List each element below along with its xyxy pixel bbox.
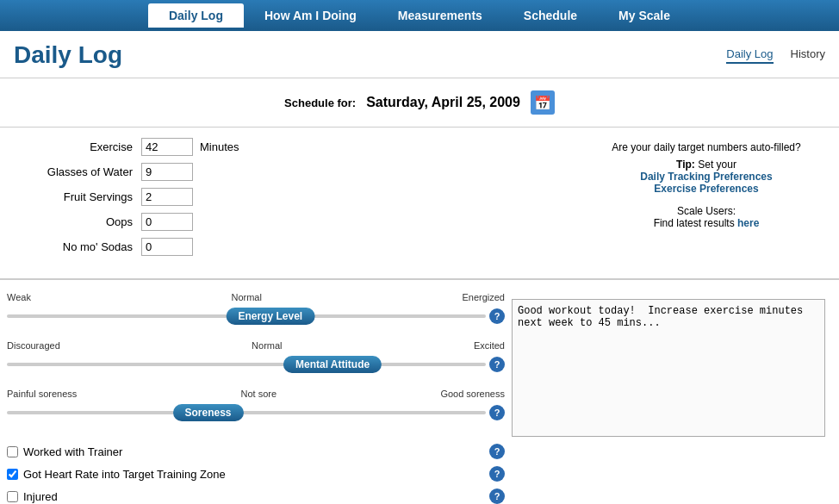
heart-rate-checkbox[interactable] xyxy=(7,469,18,480)
nav-how-am-i-doing[interactable]: How Am I Doing xyxy=(244,3,377,28)
soreness-labels: Painful soreness Not sore Good soreness xyxy=(7,389,505,399)
injured-checkbox[interactable] xyxy=(7,491,18,502)
injured-label: Injured xyxy=(23,490,58,503)
soreness-thumb[interactable]: Soreness xyxy=(173,404,244,421)
mental-track xyxy=(7,363,486,366)
soreness-right-label: Good soreness xyxy=(440,389,505,399)
sodas-input[interactable] xyxy=(141,238,193,256)
injured-help-icon[interactable]: ? xyxy=(489,488,505,504)
sodas-label: No mo' Sodas xyxy=(21,240,141,253)
soreness-track-area[interactable]: Soreness xyxy=(7,401,486,425)
fruit-label: Fruit Servings xyxy=(21,190,141,203)
soreness-track xyxy=(7,411,486,414)
mental-thumb[interactable]: Mental Attitude xyxy=(283,356,382,373)
energy-track-area[interactable]: Energy Level xyxy=(7,304,486,328)
checkbox-heart-rate: Got Heart Rate into Target Training Zone… xyxy=(7,466,505,482)
oops-input[interactable] xyxy=(141,213,193,231)
energy-help-icon[interactable]: ? xyxy=(489,308,505,324)
energy-slider-row: Energy Level ? xyxy=(7,304,505,328)
tab-daily-log[interactable]: Daily Log xyxy=(726,47,773,64)
form-section: Exercise Minutes Glasses of Water Fruit … xyxy=(21,138,577,263)
notes-column: Good workout today! Increase exercise mi… xyxy=(505,292,832,504)
trainer-checkbox[interactable] xyxy=(7,446,18,457)
soreness-slider-row: Soreness ? xyxy=(7,401,505,425)
main-content: Exercise Minutes Glasses of Water Fruit … xyxy=(0,131,839,270)
trainer-help-icon[interactable]: ? xyxy=(489,444,505,459)
exercise-input[interactable] xyxy=(141,138,193,156)
tip-question: Are your daily target numbers auto-fille… xyxy=(594,141,818,153)
soreness-center-label: Not sore xyxy=(241,389,277,399)
heart-rate-help-icon[interactable]: ? xyxy=(489,466,505,482)
tip-text: Set your xyxy=(698,159,736,171)
oops-label: Oops xyxy=(21,215,141,228)
top-navigation: Daily Log How Am I Doing Measurements Sc… xyxy=(0,0,839,31)
mental-labels: Discouraged Normal Excited xyxy=(7,340,505,351)
mental-attitude-slider-wrapper: Discouraged Normal Excited Mental Attitu… xyxy=(7,340,505,376)
mental-right-label: Excited xyxy=(474,340,505,351)
mental-track-area[interactable]: Mental Attitude xyxy=(7,352,486,376)
energy-right-label: Energized xyxy=(462,292,505,302)
bottom-section: Weak Normal Energized Energy Level ? Dis… xyxy=(0,289,839,504)
trainer-label: Worked with Trainer xyxy=(23,445,122,458)
field-fruit: Fruit Servings xyxy=(21,188,577,206)
schedule-divider xyxy=(0,127,839,128)
schedule-date: Saturday, April 25, 2009 xyxy=(366,95,520,110)
water-label: Glasses of Water xyxy=(21,165,141,178)
mental-help-icon[interactable]: ? xyxy=(489,357,505,372)
scale-users: Scale Users: Find latest results here xyxy=(594,205,818,229)
scale-text: Find latest results xyxy=(654,217,735,229)
daily-tracking-preferences-link[interactable]: Daily Tracking Preferences xyxy=(594,171,818,183)
energy-left-label: Weak xyxy=(7,292,31,302)
tip-content: Tip: Set your xyxy=(594,159,818,171)
water-input[interactable] xyxy=(141,163,193,181)
field-oops: Oops xyxy=(21,213,577,231)
sliders-and-checkboxes: Weak Normal Energized Energy Level ? Dis… xyxy=(7,292,505,504)
schedule-row: Schedule for: Saturday, April 25, 2009 📅 xyxy=(0,82,839,123)
heart-rate-label: Got Heart Rate into Target Training Zone xyxy=(23,468,226,481)
checkbox-injured: Injured ? xyxy=(7,488,505,504)
tabs-area: Daily Log History xyxy=(726,47,825,64)
checkbox-trainer: Worked with Trainer ? xyxy=(7,444,505,459)
field-exercise: Exercise Minutes xyxy=(21,138,577,156)
tab-history[interactable]: History xyxy=(791,47,825,64)
tip-section: Are your daily target numbers auto-fille… xyxy=(594,138,818,263)
nav-my-scale[interactable]: My Scale xyxy=(598,3,691,28)
soreness-slider-wrapper: Painful soreness Not sore Good soreness … xyxy=(7,389,505,425)
scale-label: Scale Users: xyxy=(677,205,736,217)
checkbox-section: Worked with Trainer ? Got Heart Rate int… xyxy=(7,437,505,504)
fruit-input[interactable] xyxy=(141,188,193,206)
energy-level-slider-wrapper: Weak Normal Energized Energy Level ? xyxy=(7,292,505,328)
energy-thumb[interactable]: Energy Level xyxy=(226,308,314,325)
tip-label: Tip: xyxy=(676,159,695,171)
page-title: Daily Log xyxy=(14,41,122,69)
energy-center-label: Normal xyxy=(231,292,261,302)
exercise-label: Exercise xyxy=(21,140,141,153)
section-divider xyxy=(0,278,839,280)
tab-links: Daily Log History xyxy=(726,47,825,64)
mental-center-label: Normal xyxy=(252,340,282,351)
nav-schedule[interactable]: Schedule xyxy=(503,3,598,28)
exercise-preferences-link[interactable]: Exercise Preferences xyxy=(594,183,818,195)
exercise-unit: Minutes xyxy=(200,140,239,153)
mental-slider-row: Mental Attitude ? xyxy=(7,352,505,376)
field-water: Glasses of Water xyxy=(21,163,577,181)
schedule-label: Schedule for: xyxy=(284,96,356,109)
energy-labels: Weak Normal Energized xyxy=(7,292,505,302)
header-area: Daily Log Daily Log History xyxy=(0,31,839,74)
nav-measurements[interactable]: Measurements xyxy=(377,3,503,28)
soreness-left-label: Painful soreness xyxy=(7,389,77,399)
calendar-icon[interactable]: 📅 xyxy=(531,90,555,115)
header-divider xyxy=(0,78,839,78)
notes-textarea[interactable]: Good workout today! Increase exercise mi… xyxy=(512,299,825,437)
field-sodas: No mo' Sodas xyxy=(21,238,577,256)
soreness-help-icon[interactable]: ? xyxy=(489,405,505,420)
scale-results-link[interactable]: here xyxy=(737,217,759,229)
mental-left-label: Discouraged xyxy=(7,340,60,351)
nav-daily-log[interactable]: Daily Log xyxy=(148,3,244,28)
